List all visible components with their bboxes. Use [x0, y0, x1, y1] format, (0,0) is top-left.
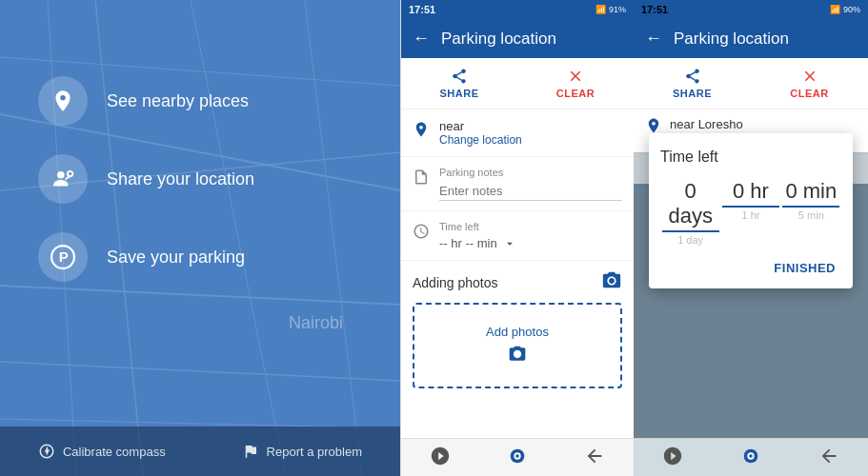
time-share-icon	[684, 68, 701, 85]
parking-header: ← Parking location	[401, 19, 634, 58]
photos-header: Adding photos	[413, 270, 622, 295]
parking-form-panel: 17:51 📶 91% ← Parking location SHARE CLE…	[400, 0, 634, 476]
location-row: near Change location	[401, 109, 634, 157]
time-share-button[interactable]: SHARE	[634, 58, 751, 109]
time-location-text: near Loresho	[670, 117, 753, 131]
add-photos-text: Add photos	[486, 325, 549, 339]
time-status-time: 17:51	[641, 4, 668, 15]
nav-icon-3[interactable]	[584, 446, 605, 470]
report-problem[interactable]: Report a problem	[242, 443, 362, 460]
hr-value: 0 hr	[722, 179, 779, 208]
nav-home-icon	[507, 446, 528, 466]
notes-input[interactable]	[439, 182, 622, 201]
time-row-icon	[413, 223, 430, 244]
share-icon-circle	[38, 154, 88, 204]
hr-picker[interactable]: 0 hr 1 hr	[722, 179, 779, 246]
back-button[interactable]: ←	[413, 29, 430, 49]
menu-item-nearby[interactable]: See nearby places	[38, 76, 254, 126]
time-panel-title: Parking location	[674, 30, 789, 49]
flag-icon	[242, 443, 259, 460]
time-status-icons: 📶 90%	[830, 5, 860, 14]
clock-icon	[413, 223, 430, 240]
min-sublabel: 5 min	[798, 209, 824, 221]
svg-text:P: P	[59, 248, 69, 265]
time-clear-label: CLEAR	[790, 88, 828, 99]
time-clear-icon	[801, 68, 818, 85]
time-nav-circle-icon	[740, 446, 761, 466]
status-icons-2: 📶 91%	[595, 5, 626, 14]
time-nav-play-icon	[662, 446, 683, 466]
clear-btn-label: CLEAR	[556, 88, 595, 99]
time-label: Time left	[439, 221, 516, 232]
status-bar-2: 17:51 📶 91%	[401, 0, 634, 19]
days-picker[interactable]: 0 days 1 day	[662, 179, 719, 246]
notes-content: Parking notes	[439, 167, 622, 201]
notes-label: Parking notes	[439, 167, 622, 178]
svg-point-11	[60, 95, 65, 100]
share-icon	[451, 68, 468, 85]
clear-button[interactable]: CLEAR	[517, 58, 634, 109]
menu-list: See nearby places Share your location P	[38, 76, 254, 282]
svg-point-12	[57, 171, 65, 179]
photos-section: Adding photos Add photos	[401, 261, 634, 398]
menu-item-parking[interactable]: P Save your parking	[38, 232, 254, 282]
time-nav-3[interactable]	[818, 446, 839, 470]
min-picker[interactable]: 0 min 5 min	[782, 179, 839, 246]
menu-item-share[interactable]: Share your location	[38, 154, 254, 204]
change-location-link[interactable]: Change location	[439, 133, 522, 147]
nav-icon-1[interactable]	[430, 446, 451, 470]
location-text: near	[439, 119, 522, 133]
bottom-bar: Calibrate compass Report a problem	[0, 426, 400, 476]
add-photos-box[interactable]: Add photos	[413, 303, 622, 388]
notes-icon	[413, 169, 430, 186]
parking-label: Save your parking	[107, 248, 245, 268]
time-dialog-footer: FINISHED	[660, 257, 841, 279]
share-btn-label: SHARE	[439, 88, 478, 99]
bottom-nav-2	[401, 438, 634, 476]
time-row: Time left -- hr -- min	[401, 211, 634, 261]
action-buttons: SHARE CLEAR	[401, 58, 634, 109]
time-panel-top-header: ← Parking location	[634, 19, 868, 58]
svg-line-7	[305, 0, 362, 476]
report-label: Report a problem	[267, 445, 362, 459]
time-dropdown[interactable]	[503, 237, 516, 250]
time-row-inner: -- hr -- min	[439, 236, 516, 250]
status-time-2: 17:51	[409, 4, 435, 15]
min-value: 0 min	[782, 179, 839, 208]
time-dialog: Time left 0 days 1 day 0 hr 1 hr 0 min 5…	[649, 133, 853, 288]
compass-icon	[38, 443, 55, 460]
time-status-bar: 17:51 📶 90%	[634, 0, 868, 19]
svg-line-5	[0, 362, 400, 381]
finished-button[interactable]: FINISHED	[768, 257, 841, 279]
notes-row-icon	[413, 169, 430, 189]
time-picker-row: 0 days 1 day 0 hr 1 hr 0 min 5 min	[660, 179, 841, 246]
camera-icon	[601, 270, 622, 291]
time-value: -- hr -- min	[439, 236, 497, 250]
time-pin-icon	[645, 117, 662, 134]
location-pin-icon	[50, 89, 75, 113]
time-nav-back-icon	[818, 446, 839, 466]
time-content: Time left -- hr -- min	[439, 221, 516, 250]
time-clear-button[interactable]: CLEAR	[751, 58, 868, 109]
parking-title: Parking location	[441, 30, 556, 49]
time-bottom-nav	[634, 438, 868, 476]
camera-add-icon	[508, 345, 527, 364]
nav-icon-2[interactable]	[507, 446, 528, 470]
add-photo-icon	[508, 345, 527, 367]
time-back-button[interactable]: ←	[645, 29, 662, 49]
person-share-icon	[50, 167, 75, 191]
calibrate-compass[interactable]: Calibrate compass	[38, 443, 166, 460]
share-button[interactable]: SHARE	[401, 58, 517, 109]
photos-title: Adding photos	[413, 275, 498, 290]
nearby-icon-circle	[38, 76, 88, 126]
time-share-label: SHARE	[673, 88, 712, 99]
days-sublabel: 1 day	[677, 234, 703, 246]
dropdown-icon	[503, 237, 516, 250]
share-label: Share your location	[107, 169, 254, 189]
camera-button[interactable]	[601, 270, 622, 295]
city-label: Nairobi	[289, 313, 343, 333]
time-panel-actions: SHARE CLEAR	[634, 58, 868, 109]
days-value: 0 days	[662, 179, 719, 232]
time-nav-2[interactable]	[740, 446, 761, 470]
time-nav-1[interactable]	[662, 446, 683, 470]
